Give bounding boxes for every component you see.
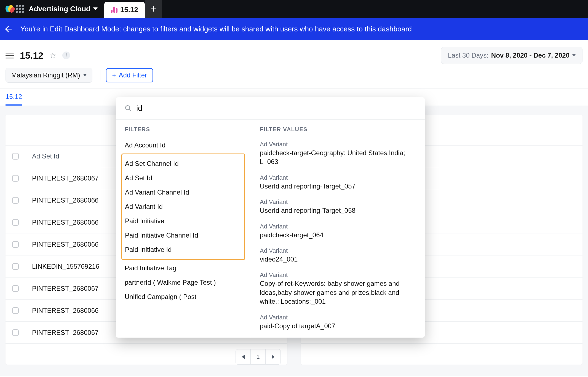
chevron-down-icon [83,74,87,76]
filter-value-category: Ad Variant [260,314,416,321]
filter-option[interactable]: Ad Variant Id [125,200,242,214]
chart-icon [111,7,117,13]
next-page-button[interactable] [266,349,280,364]
filter-value-category: Ad Variant [260,247,416,254]
filter-value-text: UserId and reporting-Target_058 [260,206,416,215]
info-icon[interactable]: i [62,52,70,59]
filter-search-input[interactable] [136,104,416,113]
svg-point-0 [125,106,130,110]
row-checkbox[interactable] [12,263,19,270]
currency-label: Malaysian Ringgit (RM) [11,71,80,79]
filter-values-column: FILTER VALUES Ad Variantpaidcheck-target… [251,120,425,338]
app-launcher-button[interactable] [13,0,26,18]
star-icon[interactable]: ☆ [49,51,56,60]
chevron-down-icon [572,54,576,56]
filter-value-item[interactable]: Ad VariantUserId and reporting-Target_05… [260,196,416,220]
filter-option[interactable]: Paid Initiative [125,214,242,228]
cell-value: PINTEREST_2680067 [32,174,98,182]
menu-button[interactable] [6,53,14,58]
filter-value-text: paidcheck-target_064 [260,231,416,239]
row-checkbox[interactable] [12,175,19,182]
row-checkbox[interactable] [12,285,19,292]
back-button[interactable] [6,25,13,33]
filter-value-text: UserId and reporting-Target_057 [260,182,416,191]
tab-label: 15.12 [120,6,138,14]
filter-value-text: paid-Copy of targetA_007 [260,322,416,330]
page-header: 15.12 ☆ i Last 30 Days: Nov 8, 2020 - De… [0,40,588,67]
select-all-checkbox[interactable] [12,153,19,160]
tab-active[interactable]: 15.12 [104,2,145,18]
divider [100,70,100,80]
app-logo[interactable] [0,0,13,18]
cell-value: LINKEDIN_155769216 [32,263,99,270]
pagination: 1 [6,344,287,365]
filter-value-item[interactable]: Ad VariantUserId and reporting-Target_05… [260,171,416,196]
row-checkbox[interactable] [12,241,19,248]
filter-values-section-title: FILTER VALUES [260,126,416,133]
filter-option[interactable]: Ad Set Id [125,171,242,185]
filter-option[interactable]: Paid Initiative Tag [125,261,242,275]
topbar: Advertising Cloud 15.12 [0,0,588,18]
edit-mode-banner: You're in Edit Dashboard Mode: changes t… [0,18,588,40]
add-filter-button[interactable]: + Add Filter [106,68,153,82]
banner-message: You're in Edit Dashboard Mode: changes t… [20,25,412,33]
row-checkbox[interactable] [12,197,19,204]
filter-option[interactable]: partnerId ( Walkme Page Test ) [125,275,242,290]
workspace-switcher[interactable]: Advertising Cloud [26,0,104,18]
chevron-left-icon [242,355,245,359]
sprinklr-icon [5,4,13,14]
currency-selector[interactable]: Malaysian Ringgit (RM) [6,68,92,83]
filter-value-item[interactable]: Ad Variantpaid-Copy of targetA_007 [260,311,416,335]
filter-value-text: paidcheck-target-Geography: United State… [260,149,416,166]
add-filter-label: Add Filter [119,71,147,79]
add-filter-dropdown: FILTERS Ad Account Id Ad Set Channel IdA… [116,97,425,338]
filter-value-text: video24_001 [260,255,416,264]
search-icon [125,105,132,112]
filter-option[interactable]: Ad Account Id [125,138,242,152]
content-area: Ad Set Id PINTEREST_2680067PINTEREST_268… [0,106,588,376]
plus-icon: + [112,72,116,79]
filter-option[interactable]: Paid Initiative Channel Id [125,228,242,243]
filter-value-category: Ad Variant [260,271,416,279]
cell-value: PINTEREST_2680066 [32,196,98,204]
filter-option[interactable]: Paid Initiative Id [125,243,242,257]
new-tab-button[interactable] [145,0,162,18]
filter-option[interactable]: Ad Variant Channel Id [125,185,242,200]
page-number[interactable]: 1 [251,349,266,364]
filter-value-category: Ad Variant [260,223,416,230]
plus-icon [150,5,157,12]
filter-value-item[interactable]: Ad Variantpaidcheck-target_064 [260,220,416,244]
row-checkbox[interactable] [12,307,19,314]
cell-value: PINTEREST_2680066 [32,307,98,314]
filter-value-category: Ad Variant [260,174,416,181]
filters-column: FILTERS Ad Account Id Ad Set Channel IdA… [116,120,251,338]
filter-value-text: Copy-of ret-Keywords: baby shower games … [260,279,416,306]
chevron-down-icon [93,7,98,10]
date-range-label: Last 30 Days: [448,52,488,59]
cell-value: PINTEREST_2680067 [32,285,98,292]
filter-value-item[interactable]: Ad Variantvideo24_001 [260,244,416,269]
cell-value: PINTEREST_2680067 [32,329,98,336]
date-range-picker[interactable]: Last 30 Days: Nov 8, 2020 - Dec 7, 2020 [441,47,582,64]
column-header[interactable]: Ad Set Id [32,152,59,160]
filter-bar: Malaysian Ringgit (RM) + Add Filter [0,67,588,88]
row-checkbox[interactable] [12,329,19,336]
cell-value: PINTEREST_2680066 [32,219,98,226]
filter-option[interactable]: Ad Set Channel Id [125,157,242,171]
filter-value-item[interactable]: Ad Variantpaidcheck-target-Geography: Un… [260,138,416,171]
date-range-value: Nov 8, 2020 - Dec 7, 2020 [491,52,570,59]
filter-value-item[interactable]: Ad VariantCopy-of ret-Keywords: baby sho… [260,269,416,311]
page-title: 15.12 [20,50,43,61]
grid-icon [16,5,24,13]
highlighted-filter-group: Ad Set Channel IdAd Set IdAd Variant Cha… [121,154,245,260]
cell-value: PINTEREST_2680066 [32,241,98,248]
filter-search [116,97,425,119]
filter-value-category: Ad Variant [260,198,416,206]
filters-section-title: FILTERS [125,126,242,133]
row-checkbox[interactable] [12,219,19,226]
prev-page-button[interactable] [236,349,251,364]
filter-value-category: Ad Variant [260,141,416,148]
chevron-right-icon [272,355,274,359]
filter-option[interactable]: Unified Campaign ( Post [125,290,242,304]
subtab-active[interactable]: 15.12 [6,93,22,106]
